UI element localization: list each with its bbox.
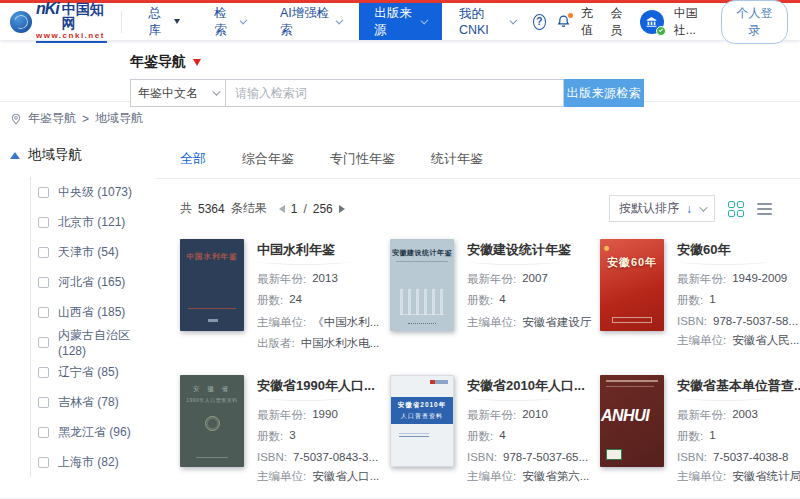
checkbox[interactable]: [38, 307, 49, 318]
yearbook-nav-title[interactable]: 年鉴导航: [130, 53, 800, 71]
sidebar-item-tianjin[interactable]: 天津市 (54): [38, 237, 153, 267]
field-label: 册数:: [467, 293, 493, 308]
checkbox[interactable]: [38, 397, 49, 408]
card-title[interactable]: 安徽省2010年人口...: [467, 375, 597, 395]
current-page: 1: [291, 202, 298, 216]
checkbox[interactable]: [38, 337, 49, 348]
divider: [677, 261, 771, 265]
field-value: 4: [499, 293, 505, 308]
sidebar-item-beijing[interactable]: 北京市 (121): [38, 207, 153, 237]
avatar[interactable]: [640, 10, 664, 34]
location-pin-icon: [10, 113, 22, 125]
field-value: 4: [499, 429, 505, 444]
content: 地域导航 中央级 (1073) 北京市 (121) 天津市 (54) 河北省: [0, 142, 800, 499]
top-navbar: nKi 中国知网 www.cnki.net 总库 检索 AI增强检索 出版来源: [0, 3, 800, 40]
book-cover[interactable]: 安徽建设统计年鉴: [390, 239, 454, 331]
nav-label: 检索: [214, 5, 234, 39]
yearbook-card[interactable]: 中国水利年鉴 中国水利年鉴 最新年份:2013 册数:24 主编单位:《中国水利…: [180, 239, 390, 375]
list-view-icon[interactable]: [757, 202, 772, 216]
nav-item-my-cnki[interactable]: 我的CNKI: [442, 3, 533, 40]
next-page-icon[interactable]: [339, 205, 345, 213]
checkbox[interactable]: [38, 247, 49, 258]
member-link[interactable]: 会员: [610, 5, 629, 39]
checkbox[interactable]: [38, 187, 49, 198]
checkbox[interactable]: [38, 427, 49, 438]
cover-subtitle: 人口普查资料: [391, 412, 453, 421]
results-count: 5364: [198, 202, 225, 216]
yearbook-card[interactable]: ANHUI 安徽省基本单位普查... 最新年份:2003 册数:1 ISBN:7…: [600, 375, 800, 499]
yearbook-card[interactable]: 安徽省2010年 人口普查资料 安徽省2010年人口... 最新年份:2010 …: [390, 375, 600, 499]
sidebar-header[interactable]: 地域导航: [0, 144, 153, 166]
yearbook-card[interactable]: 安徽建设统计年鉴 安徽建设统计年鉴 最新年份:2007 册数:4 主编单位:安徽…: [390, 239, 600, 375]
sidebar-item-label: 上海市 (82): [58, 454, 119, 471]
sidebar-item-neimenggu[interactable]: 内蒙古自治区 (128): [38, 327, 153, 357]
nav-item-search[interactable]: 检索: [197, 3, 263, 40]
divider: [257, 397, 351, 401]
sidebar-item-jilin[interactable]: 吉林省 (78): [38, 387, 153, 417]
field-value: 2007: [522, 272, 548, 287]
region-list: 中央级 (1073) 北京市 (121) 天津市 (54) 河北省 (165) …: [30, 177, 153, 477]
search-field-value: 年鉴中文名: [138, 85, 198, 102]
sort-dropdown[interactable]: 按默认排序 ↓: [609, 195, 715, 222]
book-cover[interactable]: 安徽省2010年 人口普查资料: [390, 375, 454, 467]
book-cover[interactable]: 安 徽 省 1990年人口普查资料: [180, 375, 244, 467]
tab-statistical[interactable]: 统计年鉴: [431, 150, 483, 168]
tab-all[interactable]: 全部: [180, 150, 206, 168]
card-title[interactable]: 安徽60年: [677, 239, 800, 259]
notification-bell-icon[interactable]: [556, 14, 571, 29]
field-label: 主编单位:: [467, 315, 516, 330]
cover-title: 中国水利年鉴: [180, 252, 244, 262]
card-title[interactable]: 中国水利年鉴: [257, 239, 387, 259]
yearbook-card[interactable]: 安徽60年 安徽60年 最新年份:1949-2009 册数:1 ISBN:978…: [600, 239, 800, 375]
breadcrumb-root[interactable]: 年鉴导航: [28, 110, 76, 127]
recharge-link[interactable]: 充值: [581, 5, 600, 39]
sidebar-item-label: 内蒙古自治区 (128): [58, 327, 153, 358]
search-input[interactable]: [226, 79, 564, 107]
logo-url: www.cnki.net: [36, 32, 107, 43]
nav-item-publication-source[interactable]: 出版来源: [359, 3, 442, 40]
book-cover[interactable]: 安徽60年: [600, 239, 664, 331]
sidebar-item-liaoning[interactable]: 辽宁省 (85): [38, 357, 153, 387]
prev-page-icon[interactable]: [279, 205, 285, 213]
sort-label: 按默认排序: [619, 200, 679, 217]
yearbook-card[interactable]: 安 徽 省 1990年人口普查资料 安徽省1990年人口... 最新年份:199…: [180, 375, 390, 499]
checkbox[interactable]: [38, 277, 49, 288]
results-summary: 共 5364 条结果 1 / 256: [180, 200, 345, 217]
checkbox[interactable]: [38, 217, 49, 228]
tab-specialized[interactable]: 专门性年鉴: [330, 150, 395, 168]
publication-search-button[interactable]: 出版来源检索: [564, 79, 644, 107]
field-label: 册数:: [257, 429, 283, 444]
personal-login-button[interactable]: 个人登录: [721, 0, 788, 44]
checkbox[interactable]: [38, 367, 49, 378]
sidebar-item-heilongjiang[interactable]: 黑龙江省 (96): [38, 417, 153, 447]
cnki-logo[interactable]: nKi 中国知网 www.cnki.net: [10, 1, 107, 43]
book-cover[interactable]: 中国水利年鉴: [180, 239, 244, 331]
book-cover[interactable]: ANHUI: [600, 375, 664, 467]
tab-comprehensive[interactable]: 综合年鉴: [242, 150, 294, 168]
nav-item-ai-search[interactable]: AI增强检索: [263, 3, 359, 40]
sidebar-item-hebei[interactable]: 河北省 (165): [38, 267, 153, 297]
sidebar-item-shanxi[interactable]: 山西省 (185): [38, 297, 153, 327]
sidebar-item-label: 山西省 (185): [58, 304, 125, 321]
caret-down-icon: [174, 19, 180, 24]
nav-item-zongku[interactable]: 总库: [131, 3, 197, 40]
logo-latin: nKi: [36, 1, 59, 17]
field-value: 2003: [732, 408, 758, 423]
card-title[interactable]: 安徽省1990年人口...: [257, 375, 387, 395]
cover-title: 安 徽 省: [180, 385, 244, 394]
search-field-select[interactable]: 年鉴中文名: [130, 79, 226, 107]
sidebar-item-label: 辽宁省 (85): [58, 364, 119, 381]
sidebar-item-label: 天津市 (54): [58, 244, 119, 261]
total-pages: 256: [313, 202, 333, 216]
grid-view-icon[interactable]: [728, 201, 744, 217]
card-title[interactable]: 安徽省基本单位普查...: [677, 375, 800, 395]
checkbox[interactable]: [38, 457, 49, 468]
field-label: 册数:: [677, 429, 703, 444]
cover-title: 安徽建设统计年鉴: [390, 248, 454, 258]
org-name[interactable]: 中国社...: [674, 5, 711, 39]
region-sidebar: 地域导航 中央级 (1073) 北京市 (121) 天津市 (54) 河北省: [0, 144, 153, 499]
help-icon[interactable]: ?: [533, 14, 546, 30]
card-title[interactable]: 安徽建设统计年鉴: [467, 239, 597, 259]
sidebar-item-central[interactable]: 中央级 (1073): [38, 177, 153, 207]
sidebar-item-shanghai[interactable]: 上海市 (82): [38, 447, 153, 477]
